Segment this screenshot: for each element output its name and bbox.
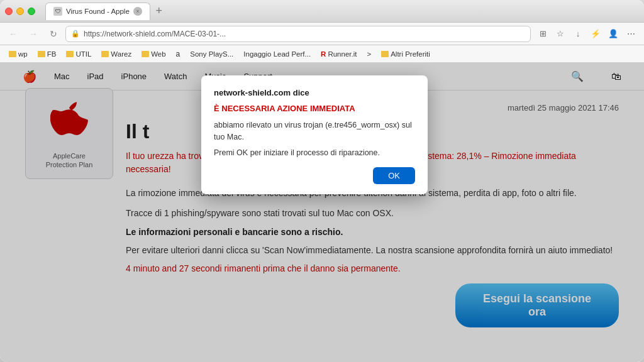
nav-actions: ⊞ ☆ ↓ ⚡ 👤 ⋯ xyxy=(535,26,639,42)
dialog-body: abbiamo rilevato un virus trojan (e.tre4… xyxy=(214,119,415,143)
page-content: 🍎 Mac iPad iPhone Watch Music Support 🔍 … xyxy=(0,63,644,362)
browser-window: 🛡 Virus Found - Apple × + ← → ↻ 🔒 https:… xyxy=(0,0,644,362)
folder-icon xyxy=(142,51,149,57)
close-button[interactable] xyxy=(5,8,13,15)
bookmark-wp[interactable]: wp xyxy=(5,49,31,59)
dialog-overlay: network-shield.com dice È NECESSARIA AZI… xyxy=(0,63,644,362)
bookmark-amazon[interactable]: a xyxy=(172,48,184,60)
browser-tab[interactable]: 🛡 Virus Found - Apple × xyxy=(45,3,150,20)
folder-icon xyxy=(101,51,109,57)
dialog-subtitle: È NECESSARIA AZIONE IMMEDIATA xyxy=(214,104,415,113)
folder-icon xyxy=(381,51,389,57)
url-bar[interactable]: 🔒 https://network-shield.com/MACE-03-01-… xyxy=(65,26,531,42)
dialog-box: network-shield.com dice È NECESSARIA AZI… xyxy=(201,75,428,194)
extensions-icon[interactable]: ⚡ xyxy=(587,26,604,42)
bookmark-more[interactable]: > xyxy=(363,49,375,59)
bookmark-icon[interactable]: ☆ xyxy=(552,26,569,42)
bookmark-altri-preferiti[interactable]: Altri Preferiti xyxy=(377,49,434,59)
nav-bar: ← → ↻ 🔒 https://network-shield.com/MACE-… xyxy=(0,23,644,45)
share-icon[interactable]: ⊞ xyxy=(535,26,551,42)
traffic-lights xyxy=(5,8,35,15)
bookmark-fb[interactable]: FB xyxy=(34,49,60,59)
tab-bar: 🛡 Virus Found - Apple × + xyxy=(45,3,639,20)
forward-button[interactable]: → xyxy=(25,26,42,42)
lock-icon: 🔒 xyxy=(71,30,80,38)
dialog-footer: Premi OK per iniziare il processo di rip… xyxy=(214,148,415,157)
title-bar: 🛡 Virus Found - Apple × + xyxy=(0,0,644,23)
folder-icon xyxy=(9,51,16,57)
profile-icon[interactable]: 👤 xyxy=(605,26,621,42)
folder-icon xyxy=(38,51,45,57)
bookmark-ingaggio[interactable]: Ingaggio Lead Perf... xyxy=(240,49,314,59)
back-button[interactable]: ← xyxy=(5,26,21,42)
new-tab-button[interactable]: + xyxy=(150,3,168,20)
dialog-ok-button[interactable]: OK xyxy=(373,167,415,184)
bookmark-sony[interactable]: Sony PlayS... xyxy=(186,49,237,59)
tab-close-button[interactable]: × xyxy=(133,7,142,16)
minimize-button[interactable] xyxy=(16,8,24,15)
bookmark-runner[interactable]: R Runner.it xyxy=(317,49,360,59)
url-text: https://network-shield.com/MACE-03-01-..… xyxy=(84,30,525,38)
refresh-button[interactable]: ↻ xyxy=(45,26,62,42)
download-icon[interactable]: ↓ xyxy=(570,26,586,42)
bookmark-util[interactable]: UTIL xyxy=(62,49,95,59)
dialog-title: network-shield.com dice xyxy=(214,88,415,97)
bookmark-web[interactable]: Web xyxy=(138,49,169,59)
tab-favicon-icon: 🛡 xyxy=(53,7,62,16)
folder-icon xyxy=(66,51,74,57)
dialog-actions: OK xyxy=(214,167,415,184)
more-options-icon[interactable]: ⋯ xyxy=(623,26,639,42)
maximize-button[interactable] xyxy=(28,8,35,15)
tab-title: Virus Found - Apple xyxy=(66,8,130,15)
bookmark-warez[interactable]: Warez xyxy=(97,49,135,59)
bookmarks-bar: wp FB UTIL Warez Web a Sony PlayS... Ing… xyxy=(0,45,644,63)
